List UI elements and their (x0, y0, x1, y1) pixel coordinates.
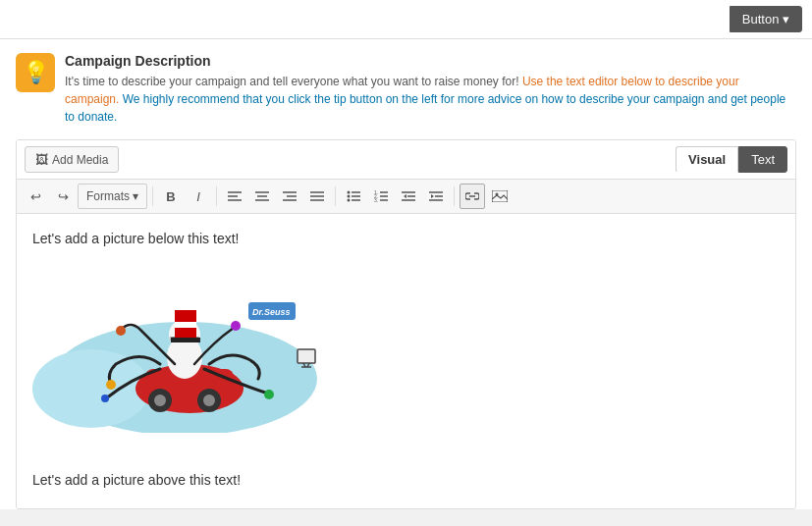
top-button[interactable]: Button ▾ (730, 6, 802, 32)
add-media-button[interactable]: 🖼 Add Media (25, 146, 119, 173)
redo-button[interactable]: ↪ (50, 184, 76, 209)
unordered-list-button[interactable] (341, 184, 366, 209)
add-media-label: Add Media (52, 153, 108, 167)
campaign-desc-text-blue: We highly recommend that you click the t… (65, 92, 785, 124)
link-button[interactable] (460, 184, 485, 209)
campaign-desc-title: Campaign Description (65, 53, 796, 69)
svg-marker-25 (404, 194, 406, 198)
toolbar-separator-4 (454, 186, 455, 206)
align-left-button[interactable] (222, 184, 247, 209)
svg-rect-52 (171, 338, 200, 342)
campaign-desc-text-plain: It's time to describe your campaign and … (65, 75, 519, 88)
page-wrapper: Button ▾ 💡 Campaign Description It's tim… (0, 0, 812, 509)
editor-text-line-2: Let's add a picture above this text! (32, 469, 780, 491)
formats-label: Formats (86, 189, 130, 203)
tab-visual[interactable]: Visual (676, 146, 738, 173)
align-right-button[interactable] (277, 184, 302, 209)
editor-wrapper: 🖼 Add Media Visual Text ↩ ↪ Formats ▾ B … (16, 139, 796, 509)
svg-rect-53 (175, 322, 196, 328)
svg-point-12 (348, 191, 351, 194)
editor-content[interactable]: Let's add a picture below this text! (17, 214, 795, 508)
svg-rect-61 (298, 349, 315, 363)
svg-point-54 (106, 380, 116, 390)
toolbar-separator-1 (152, 186, 153, 206)
align-justify-button[interactable] (304, 184, 330, 209)
top-bar: Button ▾ (0, 0, 812, 39)
svg-point-42 (203, 394, 215, 406)
svg-point-16 (348, 199, 351, 202)
campaign-desc-content: Campaign Description It's time to descri… (65, 53, 796, 126)
toolbar-separator-3 (335, 186, 336, 206)
formats-dropdown[interactable]: Formats ▾ (78, 184, 147, 209)
indent-button[interactable] (423, 184, 449, 209)
svg-point-56 (264, 390, 274, 399)
svg-point-55 (101, 394, 109, 402)
view-tabs: Visual Text (676, 146, 787, 173)
editor-top-bar: 🖼 Add Media Visual Text (17, 140, 795, 180)
formats-chevron-icon: ▾ (133, 189, 138, 203)
dr-seuss-illustration: Dr.Seuss (32, 271, 317, 433)
svg-point-14 (348, 195, 351, 198)
editor-image[interactable]: Dr.Seuss (32, 271, 317, 433)
format-toolbar: ↩ ↪ Formats ▾ B I (17, 180, 795, 214)
svg-point-36 (32, 349, 150, 428)
svg-marker-29 (431, 194, 434, 198)
svg-text:Dr.Seuss: Dr.Seuss (252, 307, 291, 317)
undo-button[interactable]: ↩ (23, 184, 48, 209)
image-button[interactable] (487, 184, 513, 209)
svg-point-57 (116, 326, 126, 336)
bold-button[interactable]: B (158, 184, 184, 209)
svg-point-40 (154, 394, 166, 406)
svg-text:3.: 3. (374, 197, 378, 202)
campaign-desc-text: It's time to describe your campaign and … (65, 73, 796, 126)
outdent-button[interactable] (396, 184, 421, 209)
align-center-button[interactable] (249, 184, 275, 209)
campaign-description-box: 💡 Campaign Description It's time to desc… (16, 53, 796, 126)
add-media-icon: 🖼 (35, 152, 48, 167)
svg-point-58 (231, 321, 241, 331)
editor-text-line-1: Let's add a picture below this text! (32, 228, 780, 249)
tip-icon: 💡 (16, 53, 55, 92)
italic-button[interactable]: I (186, 184, 211, 209)
toolbar-separator-2 (216, 186, 217, 206)
tab-text[interactable]: Text (738, 146, 787, 173)
ordered-list-button[interactable]: 1.2.3. (368, 184, 394, 209)
